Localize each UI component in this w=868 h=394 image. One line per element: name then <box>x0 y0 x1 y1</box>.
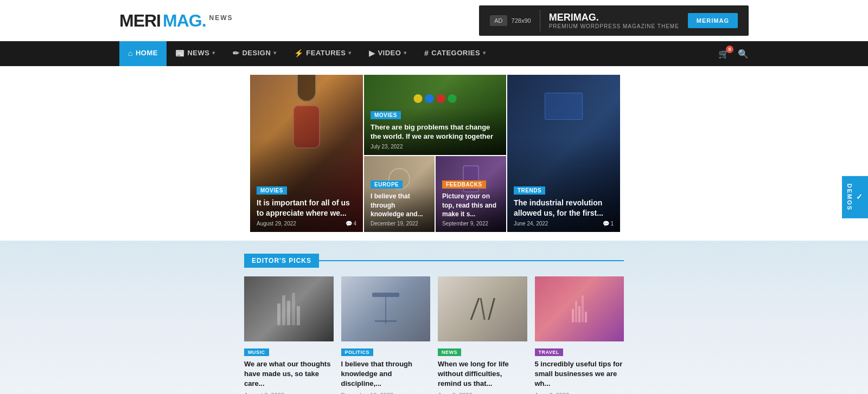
hero-card-big-right[interactable]: TRENDS The industrial revolution allowed… <box>507 75 620 232</box>
ad-brand-name: MERIMAG. <box>549 12 679 23</box>
editors-grid: MUSIC We are what our thoughts have made… <box>244 276 624 394</box>
editor-card-4[interactable]: TRAVEL 5 incredibly useful tips for smal… <box>535 276 624 394</box>
hero-card-big-left[interactable]: MOVIES It is important for all of us to … <box>250 75 363 232</box>
card-category: TRENDS <box>514 186 545 195</box>
nav-label-home: HOME <box>136 49 158 57</box>
card-title: There are big problems that change the w… <box>371 122 500 141</box>
card-category: EUROPE <box>371 180 403 189</box>
editor-date-1: August 8, 2022 <box>244 392 334 394</box>
nav-item-design[interactable]: ✏ DESIGN ▾ <box>224 41 285 66</box>
nav-label-news: NEWS <box>187 49 209 57</box>
features-icon: ⚡ <box>294 49 304 57</box>
card-category: MOVIES <box>257 186 287 195</box>
chevron-down-icon: ▾ <box>483 50 486 56</box>
nav-item-features[interactable]: ⚡ FEATURES ▾ <box>285 41 360 66</box>
search-button[interactable]: 🔍 <box>738 49 749 59</box>
card-date: June 24, 2022 <box>514 221 548 227</box>
hero-grid: MOVIES It is important for all of us to … <box>250 75 618 232</box>
editor-title-1: We are what our thoughts have made us, s… <box>244 359 334 389</box>
nav-item-video[interactable]: ▶ VIDEO ▾ <box>360 41 416 66</box>
card-title: The industrial revolution allowed us, fo… <box>514 198 614 218</box>
chevron-down-icon: ▾ <box>404 50 407 56</box>
card-comments: 💬 1 <box>603 221 614 227</box>
cart-badge: 9 <box>726 46 733 53</box>
editor-title-3: When we long for life without difficulti… <box>438 359 527 389</box>
editors-section: EDITOR'S PICKS MUSIC We are what our tho… <box>0 241 868 394</box>
demos-label: DEMOS <box>846 183 853 210</box>
card-content: FEEDBACKS Picture your on top, read this… <box>436 174 506 232</box>
nav-item-news[interactable]: 📰 NEWS ▾ <box>167 41 224 66</box>
editor-card-1[interactable]: MUSIC We are what our thoughts have made… <box>244 276 334 394</box>
categories-icon: # <box>424 49 429 57</box>
card-title: I believe that through knowledge and... <box>371 192 428 218</box>
editors-inner: EDITOR'S PICKS MUSIC We are what our tho… <box>244 254 624 394</box>
card-meta: December 19, 2022 <box>371 221 428 227</box>
ad-label: AD <box>490 15 507 26</box>
card-category: MOVIES <box>371 111 401 119</box>
hero-card-top-mid[interactable]: MOVIES There are big problems that chang… <box>364 75 506 155</box>
hero-section: MOVIES It is important for all of us to … <box>222 66 646 241</box>
home-icon <box>128 49 133 57</box>
cart-button[interactable]: 🛒 9 <box>718 49 729 59</box>
ad-size: 728x90 <box>512 17 531 24</box>
editor-date-2: December 19, 2022 <box>341 392 431 394</box>
hero-card-bot-mid-left[interactable]: EUROPE I believe that through knowledge … <box>364 156 435 232</box>
section-title-bar: EDITOR'S PICKS <box>244 254 624 268</box>
editor-title-2: I believe that through knowledge and dis… <box>341 359 431 389</box>
card-date: July 23, 2022 <box>371 144 403 150</box>
design-icon: ✏ <box>233 49 240 57</box>
card-content: EUROPE I believe that through knowledge … <box>364 174 435 232</box>
nav-label-categories: CATEGORIES <box>431 49 480 57</box>
card-title: Picture your on top, read this and make … <box>442 192 500 218</box>
ad-brand-block: MERIMAG. PREMIUM WORDPRESS MAGAZINE THEM… <box>549 12 679 29</box>
card-date: December 19, 2022 <box>371 221 418 227</box>
editor-card-image-1 <box>244 276 334 341</box>
site-header: MERIMAG. NEWS AD 728x90 MERIMAG. PREMIUM… <box>0 0 868 41</box>
logo-mag: MAG. <box>163 11 206 31</box>
nav-label-video: VIDEO <box>378 49 401 57</box>
section-title: EDITOR'S PICKS <box>244 254 319 268</box>
nav-item-home[interactable]: HOME <box>119 41 167 66</box>
card-comments: 💬 4 <box>346 221 356 227</box>
editor-category-1: MUSIC <box>244 348 269 356</box>
chevron-down-icon: ▾ <box>212 50 215 56</box>
card-content: MOVIES There are big problems that chang… <box>364 105 506 155</box>
editor-category-3: NEWS <box>438 348 461 356</box>
nav-links: HOME 📰 NEWS ▾ ✏ DESIGN ▾ ⚡ FEATURES ▾ ▶ … <box>119 41 495 66</box>
chevron-down-icon: ▾ <box>273 50 277 56</box>
nav-item-categories[interactable]: # CATEGORIES ▾ <box>416 41 495 66</box>
card-content: MOVIES It is important for all of us to … <box>250 180 363 232</box>
card-meta: July 23, 2022 <box>371 144 500 150</box>
search-icon: 🔍 <box>738 49 749 59</box>
section-title-line <box>319 260 624 261</box>
ad-cta-button[interactable]: MERIMAG <box>688 13 738 28</box>
editor-card-3[interactable]: NEWS When we long for life without diffi… <box>438 276 527 394</box>
logo-meri: MERI <box>119 11 161 31</box>
ad-brand-sub: PREMIUM WORDPRESS MAGAZINE THEME <box>549 23 679 29</box>
chevron-down-icon: ▾ <box>348 50 352 56</box>
nav-right-actions: 🛒 9 🔍 <box>718 49 749 59</box>
card-meta: June 24, 2022 💬 1 <box>514 221 614 227</box>
demos-button[interactable]: ✓ DEMOS <box>842 176 868 218</box>
demos-checkmark-icon: ✓ <box>855 192 864 202</box>
main-nav: HOME 📰 NEWS ▾ ✏ DESIGN ▾ ⚡ FEATURES ▾ ▶ … <box>0 41 868 66</box>
card-title: It is important for all of us to appreci… <box>257 198 356 218</box>
hero-card-bot-mid-right[interactable]: FEEDBACKS Picture your on top, read this… <box>436 156 506 232</box>
card-meta: September 9, 2022 <box>442 221 500 227</box>
editor-category-4: TRAVEL <box>535 348 563 356</box>
editor-date-4: June 3, 2022 <box>535 392 624 394</box>
logo-news: NEWS <box>209 14 233 22</box>
editor-card-image-3 <box>438 276 527 341</box>
editor-card-image-4 <box>535 276 624 341</box>
card-category: FEEDBACKS <box>442 180 486 189</box>
video-icon: ▶ <box>369 49 375 57</box>
card-date: August 29, 2022 <box>257 221 296 227</box>
editor-category-2: POLITICS <box>341 348 374 356</box>
news-icon: 📰 <box>175 49 185 57</box>
editor-card-2[interactable]: POLITICS I believe that through knowledg… <box>341 276 431 394</box>
editor-date-3: June 9, 2022 <box>438 392 527 394</box>
card-date: September 9, 2022 <box>442 221 488 227</box>
card-meta: August 29, 2022 💬 4 <box>257 221 356 227</box>
site-logo[interactable]: MERIMAG. NEWS <box>119 11 233 31</box>
ad-banner: AD 728x90 MERIMAG. PREMIUM WORDPRESS MAG… <box>479 5 749 36</box>
